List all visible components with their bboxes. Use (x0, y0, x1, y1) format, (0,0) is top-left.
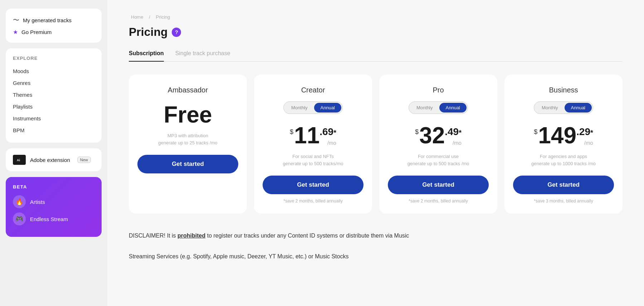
sidebar-item-bpm[interactable]: BPM (13, 125, 94, 135)
price-dec-num-pro: .49* (445, 127, 462, 137)
save-note-pro: *save 2 months, billed annually (409, 199, 468, 204)
plan-subtitle-business: For agencies and appsgenerate up to 1000… (531, 153, 596, 167)
adobe-label: Adobe extension (30, 157, 70, 163)
disclaimer-prefix: DISCLAIMER! It is (129, 233, 177, 239)
plan-name-pro: Pro (433, 86, 444, 94)
disclaimer-prohibited: prohibited (177, 233, 205, 239)
toggle-annual-creator[interactable]: Annual (314, 103, 341, 113)
get-started-creator[interactable]: Get started (263, 176, 364, 194)
sidebar: 〜 My generated tracks ★ Go Premium EXPLO… (0, 0, 107, 306)
plan-subtitle-pro: For commercial usegenerate up to 500 tra… (408, 153, 469, 167)
price-main-business: 149 (538, 124, 576, 147)
toggle-monthly-business[interactable]: Monthly (535, 103, 565, 113)
price-display-pro: $ 32 .49* /mo (415, 124, 462, 149)
plan-subtitle-ambassador: MP3 with attributiongenerate up to 25 tr… (158, 132, 217, 146)
sidebar-item-genres[interactable]: Genres (13, 78, 94, 88)
plan-creator: Creator Monthly Annual $ 11 .69* /mo For… (254, 75, 372, 214)
price-period-pro: /mo (453, 140, 462, 146)
tab-subscription[interactable]: Subscription (129, 50, 164, 62)
price-currency-creator: $ (290, 128, 293, 136)
plan-name-ambassador: Ambassador (168, 86, 208, 94)
my-tracks-label: My generated tracks (23, 17, 72, 23)
adobe-icon: Ai (13, 155, 26, 165)
breadcrumb-separator: / (149, 14, 150, 20)
star-icon: ★ (13, 29, 18, 35)
wave-icon: 〜 (13, 16, 19, 24)
price-decimal-creator: .69* /mo (319, 127, 336, 149)
price-dec-num-business: .29* (576, 127, 593, 137)
sidebar-item-my-tracks[interactable]: 〜 My generated tracks (13, 16, 94, 24)
price-free: Free (164, 101, 212, 128)
help-icon[interactable]: ? (172, 28, 181, 37)
toggle-creator: Monthly Annual (283, 101, 343, 114)
page-title: Pricing (129, 25, 167, 39)
toggle-pro: Monthly Annual (409, 101, 468, 114)
plan-business: Business Monthly Annual $ 149 .29* /mo F… (504, 75, 623, 214)
price-main-creator: 11 (294, 124, 319, 147)
plan-name-business: Business (549, 86, 578, 94)
new-badge: New (77, 157, 91, 163)
breadcrumb: Home / Pricing (129, 14, 623, 20)
price-decimal-pro: .49* /mo (445, 127, 462, 149)
breadcrumb-home[interactable]: Home (131, 14, 143, 20)
price-display-business: $ 149 .29* /mo (534, 124, 593, 149)
beta-card: BETA 🔥 Artists 🎮 Endless Stream (6, 177, 102, 237)
gamepad-icon: 🎮 (13, 212, 26, 225)
explore-card: EXPLORE Moods Genres Themes Playlists In… (6, 48, 102, 143)
toggle-business: Monthly Annual (534, 101, 593, 114)
toggle-annual-pro[interactable]: Annual (439, 103, 467, 113)
beta-title: BETA (13, 184, 94, 190)
toggle-annual-business[interactable]: Annual (565, 103, 592, 113)
sidebar-item-moods[interactable]: Moods (13, 66, 94, 76)
disclaimer-middle: to register our tracks under any Content… (205, 233, 409, 239)
tab-single-track[interactable]: Single track purchase (175, 50, 230, 62)
price-period-creator: /mo (327, 140, 336, 146)
artists-label: Artists (30, 199, 45, 205)
price-currency-business: $ (534, 128, 537, 136)
go-premium-label: Go Premium (21, 29, 52, 35)
sidebar-item-playlists[interactable]: Playlists (13, 101, 94, 112)
price-main-pro: 32 (419, 124, 445, 147)
save-note-creator: *save 2 months, billed annually (283, 199, 342, 204)
get-started-business[interactable]: Get started (513, 176, 614, 194)
explore-list: Moods Genres Themes Playlists Instrument… (13, 66, 94, 135)
beta-item-endless-stream[interactable]: 🎮 Endless Stream (13, 212, 94, 225)
explore-title: EXPLORE (13, 56, 94, 61)
main-content: Home / Pricing Pricing ? Subscription Si… (107, 0, 644, 306)
svg-text:Ai: Ai (17, 158, 20, 162)
plan-pro: Pro Monthly Annual $ 32 .49* /mo For com… (379, 75, 497, 214)
tabs: Subscription Single track purchase (129, 50, 623, 62)
sidebar-item-go-premium[interactable]: ★ Go Premium (13, 29, 94, 35)
sidebar-top-card: 〜 My generated tracks ★ Go Premium (6, 9, 102, 43)
adobe-extension-card[interactable]: Ai Adobe extension New (6, 148, 102, 171)
pricing-grid: Ambassador Free MP3 with attributiongene… (129, 75, 623, 214)
beta-item-artists[interactable]: 🔥 Artists (13, 195, 94, 208)
price-decimal-business: .29* /mo (576, 127, 593, 149)
breadcrumb-current: Pricing (156, 14, 170, 20)
price-period-business: /mo (584, 140, 593, 146)
endless-stream-label: Endless Stream (30, 216, 68, 222)
price-currency-pro: $ (415, 128, 419, 136)
plan-ambassador: Ambassador Free MP3 with attributiongene… (129, 75, 247, 214)
disclaimer: DISCLAIMER! It is prohibited to register… (129, 231, 522, 262)
sidebar-item-themes[interactable]: Themes (13, 90, 94, 100)
get-started-pro[interactable]: Get started (388, 176, 489, 194)
toggle-monthly-pro[interactable]: Monthly (410, 103, 439, 113)
get-started-ambassador[interactable]: Get started (137, 155, 238, 173)
plan-name-creator: Creator (301, 86, 325, 94)
disclaimer-line2: Streaming Services (e.g. Spotify, Apple … (129, 253, 348, 259)
sidebar-item-instruments[interactable]: Instruments (13, 113, 94, 124)
price-dec-num-creator: .69* (319, 127, 336, 137)
price-display-creator: $ 11 .69* /mo (290, 124, 336, 149)
toggle-monthly-creator[interactable]: Monthly (285, 103, 314, 113)
plan-subtitle-creator: For social and NFTsgenerate up to 500 tr… (283, 153, 343, 167)
page-header: Pricing ? (129, 25, 623, 39)
save-note-business: *save 3 months, billed annually (534, 199, 593, 204)
fire-icon: 🔥 (13, 195, 26, 208)
